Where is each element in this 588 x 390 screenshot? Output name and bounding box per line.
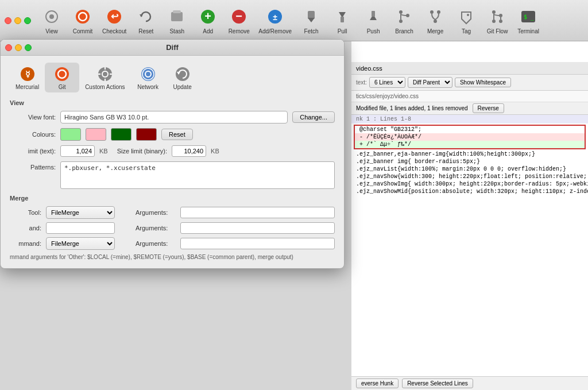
reverse-selected-lines-btn[interactable]: Reverse Selected Lines bbox=[402, 379, 473, 388]
toolbar-item-merge[interactable]: Merge bbox=[420, 2, 450, 39]
stash-icon bbox=[167, 6, 187, 27]
view-section-heading: View bbox=[10, 99, 335, 106]
maximize-window-btn[interactable] bbox=[24, 17, 31, 24]
reverse-btn[interactable]: Reverse bbox=[473, 103, 504, 113]
toolbar-item-commit[interactable]: Commit bbox=[68, 2, 98, 39]
fetch-icon bbox=[301, 6, 322, 27]
diff-dialog: Diff ☿ Mercurial Git Custom Actions bbox=[0, 39, 345, 269]
update-icon bbox=[173, 65, 192, 83]
show-whitespace-btn[interactable]: Show Whitespace bbox=[455, 78, 511, 87]
arguments-input-3[interactable] bbox=[180, 238, 335, 249]
tab-git[interactable]: Git bbox=[45, 63, 79, 92]
colours-row: Colours: Reset bbox=[10, 128, 335, 141]
svg-text:−: − bbox=[235, 10, 242, 22]
toolbar-item-pull[interactable]: Pull bbox=[327, 2, 357, 39]
arguments-label-3: Arguments: bbox=[136, 240, 176, 247]
toolbar-item-addremove[interactable]: ± Add/Remove bbox=[255, 2, 295, 39]
reverse-hunk-btn[interactable]: everse Hunk bbox=[356, 379, 399, 388]
minimize-window-btn[interactable] bbox=[14, 17, 21, 24]
svg-point-21 bbox=[399, 10, 403, 14]
color-swatch-4[interactable] bbox=[136, 128, 157, 141]
main-toolbar: View Commit ↩ Checkout Reset Stash + Add… bbox=[0, 0, 588, 41]
toolbar-item-gitflow[interactable]: Git Flow bbox=[482, 2, 512, 39]
arguments-input-1[interactable] bbox=[180, 207, 335, 218]
file-path: tics/css/enjoyz/video.css bbox=[356, 93, 419, 99]
limits-row: imit (text): KB Size limit (binary): KB bbox=[10, 145, 335, 157]
color-swatch-3[interactable] bbox=[111, 128, 131, 141]
and-input[interactable] bbox=[46, 222, 115, 234]
tool-label: Tool: bbox=[10, 209, 41, 216]
diff-line: + /*` Δμ÷` ƒ‰*/ bbox=[355, 141, 585, 148]
checkout-icon: ↩ bbox=[104, 6, 125, 27]
toolbar-item-add[interactable]: + Add bbox=[193, 2, 223, 39]
toolbar-item-checkout[interactable]: ↩ Checkout bbox=[99, 2, 130, 39]
toolbar-item-push[interactable]: Push bbox=[358, 2, 388, 39]
svg-text:±: ± bbox=[273, 13, 277, 22]
push-icon bbox=[363, 6, 384, 27]
svg-rect-20 bbox=[372, 11, 375, 17]
svg-point-22 bbox=[399, 20, 403, 23]
color-swatch-2[interactable] bbox=[86, 128, 106, 141]
merge-section-heading: Merge bbox=[10, 195, 335, 202]
toolbar-item-branch[interactable]: Branch bbox=[389, 2, 419, 39]
size-limit-binary-input[interactable] bbox=[172, 145, 206, 157]
reset-colours-btn[interactable]: Reset bbox=[161, 129, 193, 140]
change-font-btn[interactable]: Change... bbox=[292, 111, 335, 123]
arguments-label-2: Arguments: bbox=[136, 225, 176, 231]
diff-line: .ejz_navList{width:100%; margin:20px 0 0… bbox=[351, 165, 588, 173]
tab-mercurial[interactable]: ☿ Mercurial bbox=[10, 63, 45, 92]
diff-parent-select[interactable]: Diff Parent bbox=[408, 77, 452, 88]
svg-point-29 bbox=[492, 10, 496, 14]
svg-text:☿: ☿ bbox=[25, 69, 30, 79]
arguments-input-2[interactable] bbox=[180, 222, 335, 234]
selected-diff-region[interactable]: @charset "GB2312"; - /*ËÜÇÉ¤¿*ÀUOÀÆ*/ + … bbox=[354, 125, 586, 149]
toolbar-item-view[interactable]: View bbox=[37, 2, 67, 39]
add-icon: + bbox=[198, 6, 218, 27]
toolbar-item-remove[interactable]: − Remove bbox=[224, 2, 254, 39]
colours-label: Colours: bbox=[10, 131, 56, 138]
svg-point-1 bbox=[49, 14, 54, 19]
svg-point-39 bbox=[55, 67, 69, 81]
tab-update[interactable]: Update bbox=[165, 63, 200, 92]
svg-rect-8 bbox=[173, 10, 181, 13]
toolbar-item-terminal[interactable]: $ _ Terminal bbox=[513, 2, 543, 39]
tab-network[interactable]: Network bbox=[131, 63, 165, 92]
svg-text:↩: ↩ bbox=[111, 11, 119, 21]
dialog-close-btn[interactable] bbox=[5, 44, 12, 51]
toolbar-item-reset[interactable]: Reset bbox=[131, 2, 161, 39]
view-icon bbox=[41, 6, 62, 27]
tool-row: Tool: FileMerge Arguments: bbox=[10, 206, 335, 219]
terminal-icon: $ _ bbox=[518, 6, 539, 27]
diff-line: - /*ËÜÇÉ¤¿*ÀUOÀÆ*/ bbox=[355, 133, 585, 141]
context-lines-select[interactable]: 6 Lines bbox=[369, 77, 405, 88]
limit-text-label: imit (text): bbox=[10, 148, 56, 155]
window-controls bbox=[5, 17, 31, 24]
dialog-maximize-btn[interactable] bbox=[25, 44, 32, 51]
tool-select[interactable]: FileMerge bbox=[46, 206, 115, 219]
dialog-tabs: ☿ Mercurial Git Custom Actions bbox=[10, 63, 335, 92]
dialog-minimize-btn[interactable] bbox=[15, 44, 22, 51]
patterns-textarea[interactable]: *.pbxuser, *.xcuserstate bbox=[60, 161, 335, 189]
diff-line: @charset "GB2312"; bbox=[355, 126, 585, 133]
diff-status-text: Modified file, 1 lines added, 1 lines re… bbox=[356, 105, 468, 111]
dialog-body: ☿ Mercurial Git Custom Actions bbox=[1, 56, 344, 268]
svg-point-50 bbox=[176, 67, 189, 81]
dialog-titlebar: Diff bbox=[1, 40, 344, 56]
context-label: text: bbox=[356, 79, 367, 86]
toolbar-item-stash[interactable]: Stash bbox=[162, 2, 192, 39]
view-font-display: Hiragino Sans GB W3 10.0 pt. bbox=[60, 111, 288, 123]
tab-custom-actions[interactable]: Custom Actions bbox=[79, 63, 130, 92]
toolbar-item-fetch[interactable]: Fetch bbox=[296, 2, 326, 39]
limit-text-input[interactable] bbox=[60, 145, 95, 157]
toolbar-item-tag[interactable]: Tag bbox=[451, 2, 481, 39]
svg-point-47 bbox=[141, 67, 155, 81]
view-font-row: View font: Hiragino Sans GB W3 10.0 pt. … bbox=[10, 111, 335, 123]
color-swatch-1[interactable] bbox=[60, 128, 81, 141]
size-limit-unit: KB bbox=[211, 148, 219, 155]
tool2-select[interactable]: FileMerge bbox=[46, 237, 115, 250]
diff-controls: text: 6 Lines Diff Parent Show Whitespac… bbox=[351, 75, 588, 91]
close-window-btn[interactable] bbox=[5, 17, 11, 24]
dialog-title: Diff bbox=[166, 43, 179, 52]
diff-view-panel: video.css text: 6 Lines Diff Parent Show… bbox=[351, 41, 588, 390]
svg-point-26 bbox=[437, 10, 440, 14]
